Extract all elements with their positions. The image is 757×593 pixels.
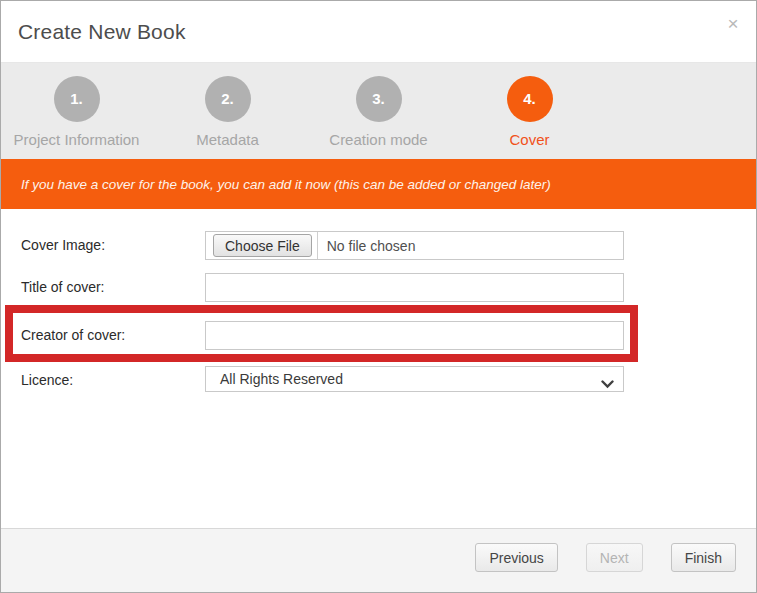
chevron-down-icon [601,376,614,392]
step-1-label: Project Information [1,131,152,148]
licence-label: Licence: [21,366,73,395]
step-metadata[interactable]: 2. Metadata [152,63,303,159]
step-2-label: Metadata [152,131,303,148]
info-banner: If you have a cover for the book, you ca… [1,159,756,209]
step-2-circle: 2. [205,76,251,122]
info-banner-text: If you have a cover for the book, you ca… [21,177,551,192]
cover-image-row: Cover Image: Choose File No file chosen [1,231,756,260]
step-project-information[interactable]: 1. Project Information [1,63,152,159]
choose-file-button[interactable]: Choose File [213,234,312,257]
licence-selected-value: All Rights Reserved [220,371,343,387]
creator-of-cover-label: Creator of cover: [21,321,125,350]
creator-of-cover-row: Creator of cover: [1,321,756,350]
cover-image-label: Cover Image: [21,231,105,260]
step-3-circle: 3. [356,76,402,122]
step-3-label: Creation mode [303,131,454,148]
wizard-steps-bar: 1. Project Information 2. Metadata 3. Cr… [1,63,756,159]
finish-button[interactable]: Finish [671,543,736,572]
next-button[interactable]: Next [586,543,643,572]
step-4-circle: 4. [507,76,553,122]
licence-row: Licence: All Rights Reserved [1,366,756,392]
step-4-label: Cover [454,131,605,148]
cover-form: Cover Image: Choose File No file chosen … [1,209,756,530]
modal-header: Create New Book × [1,1,756,63]
cover-image-file-input[interactable]: Choose File No file chosen [205,231,624,260]
title-of-cover-input[interactable] [205,273,624,302]
step-cover[interactable]: 4. Cover [454,63,605,159]
modal-title: Create New Book [18,20,186,44]
file-input-divider [317,232,318,259]
modal-footer: Previous Next Finish [1,528,756,592]
create-new-book-modal: Create New Book × 1. Project Information… [0,0,757,593]
previous-button[interactable]: Previous [475,543,557,572]
licence-select[interactable]: All Rights Reserved [205,366,624,392]
title-of-cover-label: Title of cover: [21,273,105,302]
creator-of-cover-input[interactable] [205,321,624,350]
step-creation-mode[interactable]: 3. Creation mode [303,63,454,159]
file-status-text: No file chosen [327,238,416,254]
step-1-circle: 1. [54,76,100,122]
close-icon[interactable]: × [722,13,744,35]
title-of-cover-row: Title of cover: [1,273,756,302]
